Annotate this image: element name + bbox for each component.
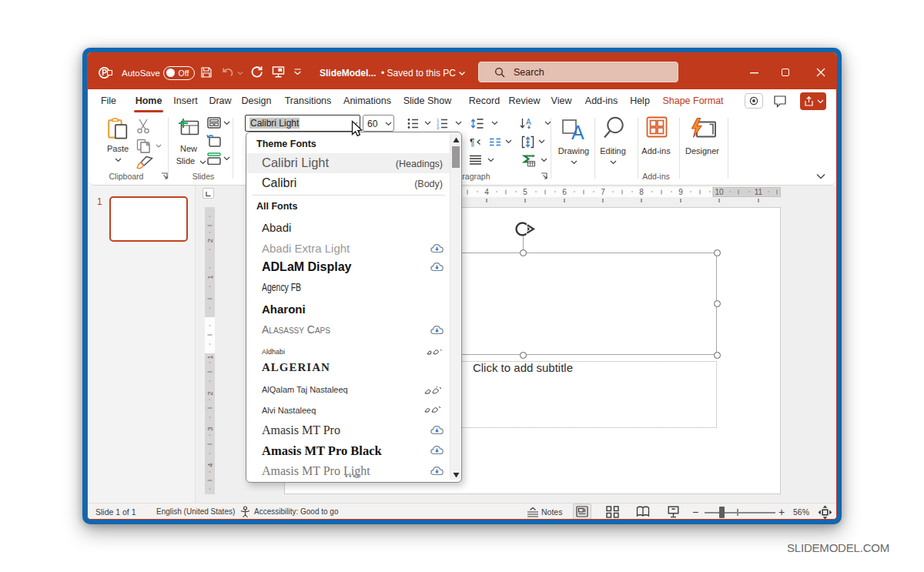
svg-text:A: A [526,118,531,126]
svg-text:3: 3 [206,426,214,430]
svg-text:2: 2 [206,239,214,243]
svg-text:4: 4 [484,188,489,196]
svg-text:1: 1 [206,355,214,359]
svg-text:P: P [102,69,107,77]
svg-text:3: 3 [437,125,439,129]
svg-text:10: 10 [715,188,724,196]
svg-text:1: 1 [206,275,214,279]
svg-text:5: 5 [523,188,527,196]
svg-text:A: A [571,122,584,142]
svg-text:7: 7 [601,188,605,196]
svg-text:2: 2 [206,391,214,395]
svg-text:9: 9 [678,188,683,196]
svg-text:4: 4 [206,463,214,467]
svg-text:11: 11 [755,188,763,196]
svg-text:8: 8 [639,188,644,196]
svg-text:6: 6 [562,188,567,196]
svg-text:¶: ¶ [470,137,474,147]
